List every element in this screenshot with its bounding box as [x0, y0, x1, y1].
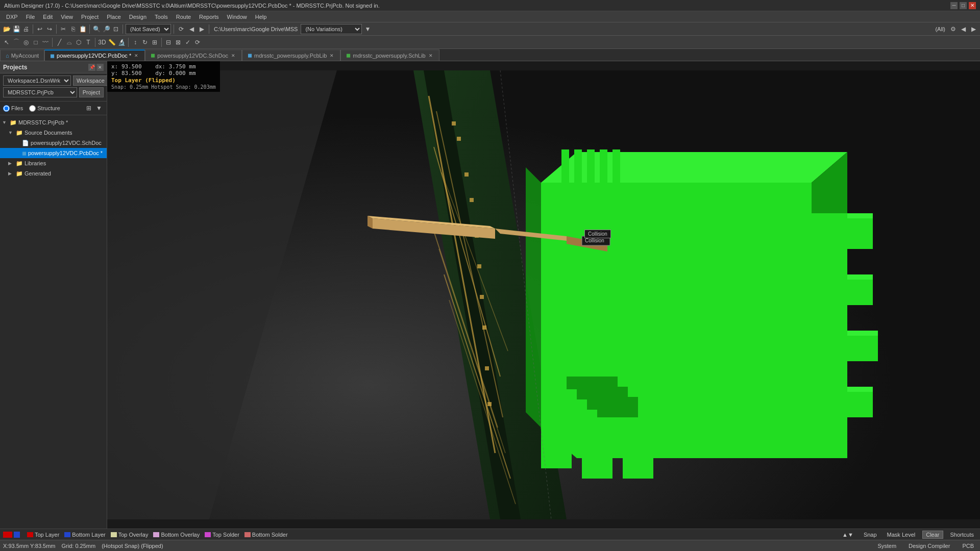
menu-place[interactable]: Place: [103, 13, 125, 21]
tab-schlib-close[interactable]: ✕: [428, 53, 434, 59]
tree-project-root[interactable]: ▼ 📁 MDRSSTC.PrjPcb *: [0, 117, 107, 128]
workspace-row: Workspace1.DsnWrk Workspace: [3, 76, 104, 86]
tab-schlib[interactable]: ◼ mdrsstc_powersupply.SchLib ✕: [340, 49, 439, 61]
status-design-compiler[interactable]: Design Compiler: [905, 542, 953, 549]
tb2-grid-icon[interactable]: ⊟: [164, 38, 173, 47]
radio-structure[interactable]: [29, 105, 36, 112]
panel-pin-button[interactable]: 📌: [88, 64, 95, 71]
tb-zoom-out-icon[interactable]: 🔎: [102, 24, 111, 34]
layer-bottom-solder[interactable]: Bottom Solder: [244, 532, 288, 538]
layer-top[interactable]: Top Layer: [27, 532, 59, 538]
tb2-pad-icon[interactable]: □: [31, 38, 40, 47]
radio-files-label[interactable]: Files: [3, 105, 23, 112]
tb2-rotate-icon[interactable]: ↻: [140, 38, 150, 47]
menu-reports[interactable]: Reports: [195, 13, 223, 21]
tb2-arc-icon[interactable]: ⌓: [64, 38, 74, 47]
layer-top-solder[interactable]: Top Solder: [205, 532, 239, 538]
shortcuts-label[interactable]: Shortcuts: [947, 531, 977, 538]
tb-open-icon[interactable]: 📂: [2, 24, 11, 34]
pcb-3d-view[interactable]: Collision: [107, 61, 980, 529]
project-dropdown[interactable]: MDRSSTC.PrjPcb: [3, 87, 77, 97]
layer-bottom-overlay[interactable]: Bottom Overlay: [153, 532, 200, 538]
tree-options-icon[interactable]: ▼: [94, 104, 104, 113]
toolbar-1: 📂 💾 🖨 ↩ ↪ ✂ ⎘ 📋 🔍 🔎 ⊡ (Not Saved) ⟳ ◀ ▶ …: [0, 22, 980, 36]
menu-route[interactable]: Route: [172, 13, 195, 21]
menu-tools[interactable]: Tools: [151, 13, 172, 21]
mask-level-label[interactable]: Mask Level: [884, 531, 919, 538]
maximize-button[interactable]: □: [960, 2, 967, 9]
tab-pcblib-close[interactable]: ✕: [329, 53, 335, 59]
tb2-wire-icon[interactable]: 〰: [41, 38, 50, 47]
clear-button[interactable]: Clear: [922, 531, 943, 539]
tab-schdoc[interactable]: ◼ powersupply12VDC.SchDoc ✕: [145, 49, 242, 61]
menu-project[interactable]: Project: [77, 13, 103, 21]
tb-undo-icon[interactable]: ↩: [35, 24, 44, 34]
tree-schdoc-file[interactable]: ▶ 📄 powersupply12VDC.SchDoc: [0, 138, 107, 148]
radio-files[interactable]: [3, 105, 10, 112]
tb2-align-icon[interactable]: ⊞: [150, 38, 159, 47]
workspace-button[interactable]: Workspace: [73, 76, 108, 86]
tb2-text-icon[interactable]: T: [84, 38, 93, 47]
tb-fit-icon[interactable]: ⊡: [111, 24, 120, 34]
menu-file[interactable]: File: [22, 13, 39, 21]
tab-pcbdoc-close[interactable]: ✕: [133, 53, 139, 59]
tb2-3d-icon[interactable]: 3D: [97, 38, 107, 47]
tb2-update-icon[interactable]: ⟳: [193, 38, 202, 47]
window-controls: ─ □ ✕: [950, 2, 976, 9]
tb-forward-icon[interactable]: ▶: [197, 24, 206, 34]
menu-design[interactable]: Design: [125, 13, 151, 21]
tb-var-icon[interactable]: ▼: [363, 24, 372, 34]
tb-back-icon[interactable]: ◀: [187, 24, 196, 34]
layer-bottom[interactable]: Bottom Layer: [64, 532, 105, 538]
tb2-rules-icon[interactable]: 📏: [107, 38, 116, 47]
tb2-via-icon[interactable]: ◎: [21, 38, 31, 47]
tab-myaccount[interactable]: ⌂ MyAccount: [0, 49, 44, 61]
tb-zoom-in-icon[interactable]: 🔍: [92, 24, 101, 34]
project-button[interactable]: Project: [79, 87, 104, 97]
tb-copy-icon[interactable]: ⎘: [68, 24, 78, 34]
minimize-button[interactable]: ─: [950, 2, 958, 9]
close-button[interactable]: ✕: [969, 2, 976, 9]
radio-structure-label[interactable]: Structure: [29, 105, 60, 112]
tb-nav-icon[interactable]: ◀: [959, 24, 968, 34]
tb2-clearance-icon[interactable]: ⊠: [174, 38, 183, 47]
tb2-inspect-icon[interactable]: 🔬: [117, 38, 126, 47]
workspace-dropdown[interactable]: Workspace1.DsnWrk: [3, 76, 71, 86]
tb-print-icon[interactable]: 🖨: [21, 24, 31, 34]
tb2-route-icon[interactable]: ⌒: [12, 38, 21, 47]
tb-sync-icon[interactable]: ⟳: [177, 24, 186, 34]
tree-pcbdoc-file[interactable]: ▶ ◼ powersupply12VDC.PcbDoc *: [0, 148, 107, 158]
tb2-poly-icon[interactable]: ⬡: [74, 38, 83, 47]
tb2-flip-icon[interactable]: ↕: [131, 38, 140, 47]
tree-source-docs[interactable]: ▼ 📁 Source Documents: [0, 128, 107, 138]
layer-label: Top Layer (Flipped): [111, 77, 216, 84]
panel-close-button[interactable]: ✕: [96, 64, 104, 71]
tb-save-icon[interactable]: 💾: [12, 24, 21, 34]
tb-redo-icon[interactable]: ↪: [45, 24, 54, 34]
menu-window[interactable]: Window: [223, 13, 251, 21]
tab-schdoc-close[interactable]: ✕: [230, 53, 236, 59]
menu-view[interactable]: View: [57, 13, 77, 21]
pcb-canvas-area[interactable]: x: 93.500 dx: 3.750 mm y: 83.500 dy: 0.0…: [107, 61, 980, 529]
tree-expand-icon[interactable]: ⊞: [84, 104, 93, 113]
tab-pcbdoc[interactable]: ◼ powersupply12VDC.PcbDoc * ✕: [44, 49, 145, 61]
menu-edit[interactable]: Edit: [39, 13, 57, 21]
tb2-line-icon[interactable]: ╱: [55, 38, 64, 47]
status-system[interactable]: System: [874, 542, 899, 549]
tb2-drc-icon[interactable]: ✓: [183, 38, 192, 47]
menu-dxp[interactable]: DXP: [2, 13, 22, 21]
menu-help[interactable]: Help: [251, 13, 271, 21]
tb-cut-icon[interactable]: ✂: [59, 24, 68, 34]
tb-settings-icon[interactable]: ⚙: [948, 24, 958, 34]
tb-nav2-icon[interactable]: ▶: [969, 24, 978, 34]
save-state-dropdown[interactable]: (Not Saved): [126, 24, 171, 34]
tree-libraries[interactable]: ▶ 📁 Libraries: [0, 158, 107, 168]
snap-label[interactable]: Snap: [861, 531, 880, 538]
status-pcb[interactable]: PCB: [959, 542, 977, 549]
tab-pcblib[interactable]: ◼ mdrsstc_powersupply.PcbLib ✕: [242, 49, 340, 61]
tb-paste-icon[interactable]: 📋: [78, 24, 87, 34]
tree-generated[interactable]: ▶ 📁 Generated: [0, 168, 107, 179]
variations-dropdown[interactable]: (No Variations): [301, 24, 362, 34]
tb2-select-icon[interactable]: ↖: [2, 38, 11, 47]
layer-top-overlay[interactable]: Top Overlay: [111, 532, 149, 538]
